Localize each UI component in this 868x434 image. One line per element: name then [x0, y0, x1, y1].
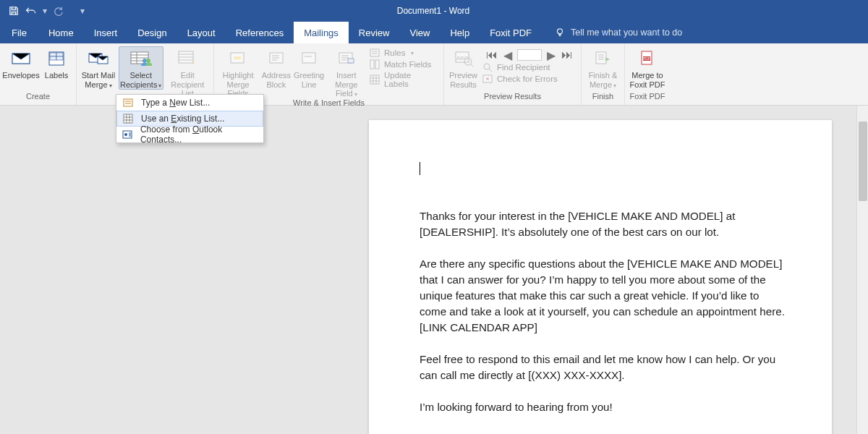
start-mm-label: Start Mail Merge▾: [82, 71, 115, 89]
check-icon: [482, 74, 493, 84]
group-finish-label: Finish: [582, 92, 624, 105]
group-preview-label: Preview Results: [444, 92, 581, 105]
svg-point-0: [557, 29, 562, 34]
select-recipients-button[interactable]: Select Recipients▾: [119, 46, 163, 90]
greeting-line-button[interactable]: Greeting Line: [293, 46, 324, 89]
vertical-scrollbar[interactable]: [856, 106, 868, 434]
last-record-icon[interactable]: ⏭: [561, 49, 574, 61]
labels-label: Labels: [45, 71, 68, 80]
svg-rect-22: [370, 75, 379, 84]
tab-help[interactable]: Help: [440, 22, 480, 43]
tab-design[interactable]: Design: [127, 22, 176, 43]
svg-rect-21: [375, 60, 379, 69]
update-icon: [370, 75, 380, 85]
tell-me-label: Tell me what you want to do: [571, 27, 682, 38]
text-cursor: [420, 162, 420, 175]
existing-list-icon: [122, 113, 134, 124]
group-finish: Finish & Merge▾ Finish: [582, 43, 625, 105]
quick-access-toolbar: ▾ ▾: [0, 4, 85, 17]
lightbulb-icon: [555, 27, 565, 38]
document-workspace: Thanks for your interest in the [VEHICLE…: [0, 106, 868, 434]
rules-label: Rules: [384, 48, 405, 57]
prev-record-icon[interactable]: ◀: [501, 49, 514, 61]
save-icon[interactable]: [7, 4, 20, 17]
menu-existing-label: Use an Existing List...: [141, 114, 224, 124]
address-label: Address Block: [262, 71, 291, 89]
group-preview: ABC Preview Results ⏮ ◀ ▶ ⏭ Find Recipie…: [444, 43, 582, 105]
record-nav: ⏮ ◀ ▶ ⏭: [481, 46, 578, 61]
tab-view[interactable]: View: [399, 22, 440, 43]
svg-rect-32: [124, 99, 132, 106]
doc-paragraph-4: I’m looking forward to hearing from you!: [420, 399, 785, 415]
address-block-button[interactable]: Address Block: [260, 46, 292, 89]
svg-rect-4: [56, 53, 63, 56]
preview-results-button[interactable]: ABC Preview Results: [447, 46, 480, 89]
finish-merge-button[interactable]: Finish & Merge▾: [584, 46, 621, 89]
check-errors-button[interactable]: Check for Errors: [482, 74, 575, 84]
match-fields-button[interactable]: Match Fields: [370, 59, 438, 69]
title-bar: ▾ ▾ Document1 - Word: [0, 0, 868, 22]
rules-button[interactable]: Rules▾: [370, 48, 438, 58]
labels-icon: [45, 48, 68, 69]
svg-rect-18: [348, 59, 354, 63]
record-number-input[interactable]: [517, 49, 542, 61]
undo-icon[interactable]: [25, 4, 38, 17]
tab-home[interactable]: Home: [38, 22, 84, 43]
address-block-icon: [265, 48, 288, 69]
redo-icon[interactable]: [52, 4, 65, 17]
menu-type-new-list[interactable]: Type a New List...: [116, 95, 263, 111]
tab-references[interactable]: References: [226, 22, 294, 43]
tab-review[interactable]: Review: [349, 22, 400, 43]
next-record-icon[interactable]: ▶: [545, 49, 558, 61]
first-record-icon[interactable]: ⏮: [485, 49, 498, 61]
mail-merge-icon: [87, 48, 110, 69]
finish-icon: [592, 48, 615, 69]
group-foxit-label: Foxit PDF: [625, 92, 670, 105]
document-page[interactable]: Thanks for your interest in the [VEHICLE…: [369, 120, 832, 434]
greeting-label: Greeting Line: [294, 71, 324, 89]
match-icon: [370, 59, 380, 69]
svg-text:PDF: PDF: [643, 56, 650, 61]
insert-merge-field-button[interactable]: Insert Merge Field▾: [326, 46, 367, 98]
tab-foxit[interactable]: Foxit PDF: [480, 22, 542, 43]
scrollbar-thumb[interactable]: [859, 122, 867, 201]
match-label: Match Fields: [384, 60, 431, 69]
labels-button[interactable]: Labels: [41, 46, 72, 80]
type-new-list-icon: [122, 97, 134, 109]
svg-rect-19: [370, 49, 379, 56]
menu-type-label: Type a New List...: [141, 98, 210, 108]
group-create: Envelopes Labels Create: [0, 43, 77, 105]
start-mail-merge-button[interactable]: Start Mail Merge▾: [80, 46, 117, 89]
tab-file[interactable]: File: [0, 22, 38, 43]
tab-insert[interactable]: Insert: [84, 22, 128, 43]
svg-point-26: [484, 64, 490, 69]
insert-field-icon: [335, 48, 358, 69]
doc-paragraph-2: Are there any specific questions about t…: [420, 256, 785, 336]
outlook-icon: [122, 129, 133, 140]
svg-rect-16: [302, 53, 315, 63]
menu-outlook-label: Choose from Outlook Contacts...: [140, 124, 258, 145]
tell-me[interactable]: Tell me what you want to do: [542, 22, 682, 43]
tab-layout[interactable]: Layout: [177, 22, 226, 43]
check-label: Check for Errors: [497, 75, 558, 83]
edit-recipient-list-button[interactable]: Edit Recipient List: [165, 46, 210, 98]
svg-rect-3: [50, 53, 56, 56]
preview-icon: ABC: [452, 48, 475, 69]
doc-paragraph-3: Feel free to respond to this email and l…: [420, 352, 785, 383]
group-create-label: Create: [0, 92, 76, 105]
tab-mailings[interactable]: Mailings: [294, 22, 349, 43]
highlight-merge-fields-button[interactable]: Highlight Merge Fields: [217, 46, 259, 98]
undo-dropdown-icon[interactable]: ▾: [42, 4, 48, 17]
ribbon-tabs: File Home Insert Design Layout Reference…: [0, 22, 868, 43]
qat-customize-icon[interactable]: ▾: [80, 4, 85, 17]
merge-to-foxit-button[interactable]: PDF Merge to Foxit PDF: [628, 46, 667, 89]
svg-rect-14: [234, 56, 241, 59]
doc-paragraph-1: Thanks for your interest in the [VEHICLE…: [420, 208, 785, 240]
svg-rect-33: [124, 114, 132, 123]
menu-outlook-contacts[interactable]: Choose from Outlook Contacts...: [116, 127, 263, 142]
update-labels-button[interactable]: Update Labels: [370, 71, 438, 88]
foxit-label: Merge to Foxit PDF: [630, 71, 665, 89]
svg-point-11: [146, 59, 150, 63]
envelopes-button[interactable]: Envelopes: [3, 46, 39, 80]
find-recipient-button[interactable]: Find Recipient: [482, 62, 575, 72]
